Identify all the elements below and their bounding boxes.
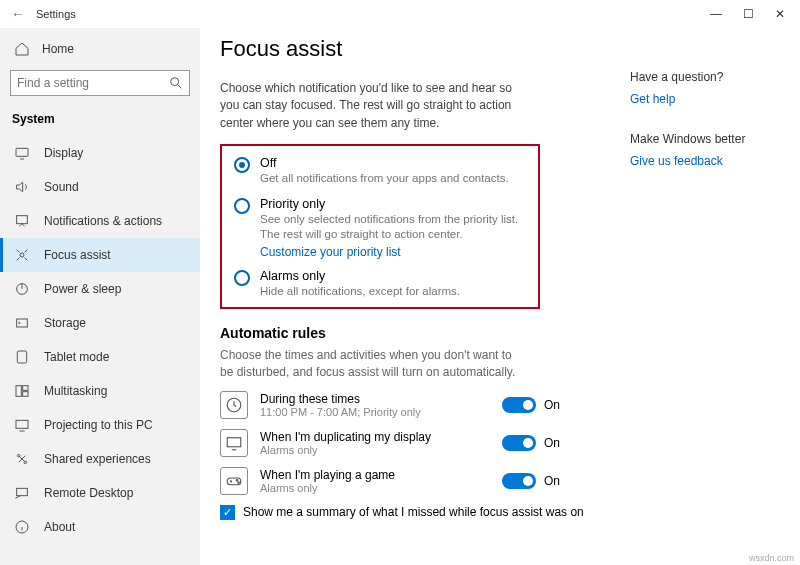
sidebar-item-notifications[interactable]: Notifications & actions: [0, 204, 200, 238]
radio-icon: [234, 157, 250, 173]
radio-icon: [234, 270, 250, 286]
svg-rect-17: [227, 438, 241, 447]
have-question-heading: Have a question?: [630, 70, 790, 84]
rule-duplicating-display[interactable]: When I'm duplicating my display Alarms o…: [220, 429, 560, 457]
close-button[interactable]: ✕: [764, 7, 796, 21]
radio-off-label: Off: [260, 156, 526, 170]
about-icon: [14, 519, 30, 535]
main-content: Focus assist Choose which notification y…: [200, 28, 630, 565]
radio-alarms[interactable]: Alarms only Hide all notifications, exce…: [234, 269, 526, 300]
search-wrap: [10, 70, 190, 96]
sidebar-home[interactable]: Home: [0, 34, 200, 64]
svg-point-3: [20, 253, 24, 257]
sidebar-item-projecting[interactable]: Projecting to this PC: [0, 408, 200, 442]
sidebar-item-shared[interactable]: Shared experiences: [0, 442, 200, 476]
remote-icon: [14, 485, 30, 501]
home-label: Home: [42, 42, 74, 56]
summary-label: Show me a summary of what I missed while…: [243, 505, 584, 519]
sidebar-item-display[interactable]: Display: [0, 136, 200, 170]
svg-rect-1: [16, 148, 28, 156]
customize-priority-link[interactable]: Customize your priority list: [260, 245, 401, 259]
svg-rect-14: [17, 488, 28, 495]
checkbox-checked-icon: ✓: [220, 505, 235, 520]
radio-priority-sub: See only selected notifications from the…: [260, 212, 526, 243]
shared-icon: [14, 451, 30, 467]
sidebar-item-multitasking[interactable]: Multitasking: [0, 374, 200, 408]
svg-point-0: [171, 78, 179, 86]
radio-priority[interactable]: Priority only See only selected notifica…: [234, 197, 526, 259]
toggle-state: On: [544, 398, 560, 412]
radio-off-sub: Get all notifications from your apps and…: [260, 171, 526, 187]
rule-title: When I'm playing a game: [260, 468, 490, 482]
svg-point-20: [238, 482, 240, 484]
clock-icon: [220, 391, 248, 419]
toggle-state: On: [544, 436, 560, 450]
sidebar-item-power[interactable]: Power & sleep: [0, 272, 200, 306]
sidebar-item-focus-assist[interactable]: Focus assist: [0, 238, 200, 272]
radio-alarms-label: Alarms only: [260, 269, 526, 283]
automatic-rules-desc: Choose the times and activities when you…: [220, 347, 520, 381]
summary-checkbox-row[interactable]: ✓ Show me a summary of what I missed whi…: [220, 505, 610, 520]
give-feedback-link[interactable]: Give us feedback: [630, 154, 790, 168]
tablet-icon: [14, 349, 30, 365]
nav-label: About: [44, 520, 75, 534]
right-column: Have a question? Get help Make Windows b…: [630, 28, 800, 565]
svg-rect-7: [17, 351, 26, 363]
multitasking-icon: [14, 383, 30, 399]
sidebar: Home System Display Sound Notifications …: [0, 28, 200, 565]
power-icon: [14, 281, 30, 297]
rule-toggle[interactable]: On: [502, 473, 560, 489]
toggle-state: On: [544, 474, 560, 488]
sidebar-item-about[interactable]: About: [0, 510, 200, 544]
window-title: Settings: [32, 8, 76, 20]
nav-label: Notifications & actions: [44, 214, 162, 228]
titlebar: ← Settings — ☐ ✕: [0, 0, 800, 28]
maximize-button[interactable]: ☐: [732, 7, 764, 21]
radio-off[interactable]: Off Get all notifications from your apps…: [234, 156, 526, 187]
nav-label: Tablet mode: [44, 350, 109, 364]
nav-label: Remote Desktop: [44, 486, 133, 500]
notifications-icon: [14, 213, 30, 229]
rule-playing-game[interactable]: When I'm playing a game Alarms only On: [220, 467, 560, 495]
radio-priority-label: Priority only: [260, 197, 526, 211]
nav-label: Shared experiences: [44, 452, 151, 466]
search-input[interactable]: [10, 70, 190, 96]
storage-icon: [14, 315, 30, 331]
home-icon: [14, 41, 30, 57]
automatic-rules-title: Automatic rules: [220, 325, 610, 341]
rule-sub: Alarms only: [260, 444, 490, 456]
radio-icon: [234, 198, 250, 214]
minimize-button[interactable]: —: [700, 7, 732, 21]
rule-sub: 11:00 PM - 7:00 AM; Priority only: [260, 406, 490, 418]
nav-label: Display: [44, 146, 83, 160]
svg-rect-8: [16, 386, 21, 397]
rule-toggle[interactable]: On: [502, 397, 560, 413]
monitor-icon: [220, 429, 248, 457]
rule-toggle[interactable]: On: [502, 435, 560, 451]
svg-point-19: [236, 479, 238, 481]
nav-label: Power & sleep: [44, 282, 121, 296]
sidebar-item-storage[interactable]: Storage: [0, 306, 200, 340]
svg-point-6: [19, 322, 20, 323]
page-intro: Choose which notification you'd like to …: [220, 80, 530, 132]
sidebar-item-remote[interactable]: Remote Desktop: [0, 476, 200, 510]
focus-level-group: Off Get all notifications from your apps…: [220, 144, 540, 309]
get-help-link[interactable]: Get help: [630, 92, 790, 106]
sidebar-item-tablet[interactable]: Tablet mode: [0, 340, 200, 374]
nav-label: Storage: [44, 316, 86, 330]
radio-alarms-sub: Hide all notifications, except for alarm…: [260, 284, 526, 300]
nav-label: Focus assist: [44, 248, 111, 262]
switch-on-icon: [502, 397, 536, 413]
watermark: wsxdn.com: [749, 553, 794, 563]
focus-assist-icon: [14, 247, 30, 263]
back-button[interactable]: ←: [4, 6, 32, 22]
svg-rect-10: [23, 392, 28, 397]
switch-on-icon: [502, 473, 536, 489]
projecting-icon: [14, 417, 30, 433]
page-title: Focus assist: [220, 36, 610, 62]
sidebar-item-sound[interactable]: Sound: [0, 170, 200, 204]
display-icon: [14, 145, 30, 161]
rule-during-times[interactable]: During these times 11:00 PM - 7:00 AM; P…: [220, 391, 560, 419]
sidebar-group-title: System: [0, 106, 200, 136]
sound-icon: [14, 179, 30, 195]
